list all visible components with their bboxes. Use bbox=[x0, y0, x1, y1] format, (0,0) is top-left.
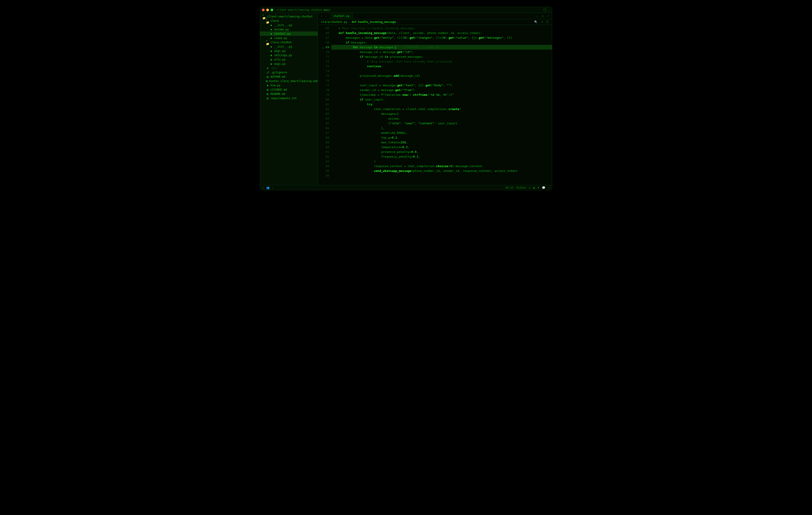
sidebar-file[interactable]: ◆axioms.py bbox=[260, 27, 318, 31]
line-number[interactable]: 95 bbox=[318, 169, 329, 173]
search-icon[interactable]: 🔍 bbox=[534, 20, 538, 24]
code-line[interactable]: temperature=0.2, bbox=[331, 145, 552, 149]
line-number[interactable]: 74 bbox=[318, 69, 329, 73]
line-number[interactable]: 72 bbox=[318, 59, 329, 64]
nav-back[interactable]: ← bbox=[321, 14, 323, 18]
line-number[interactable]: 70 bbox=[318, 50, 329, 54]
code-line[interactable] bbox=[331, 173, 552, 178]
shuffle-icon[interactable]: ⤮ bbox=[541, 20, 543, 24]
sidebar-file[interactable]: ◆wsgi.py bbox=[260, 62, 318, 66]
sidebar-file[interactable]: ▤LICENSE.md bbox=[260, 87, 318, 92]
sidebar-file[interactable]: ▤requirements.txt bbox=[260, 96, 318, 100]
line-number[interactable]: 78 bbox=[318, 88, 329, 92]
code-line[interactable] bbox=[331, 78, 552, 83]
line-number[interactable]: 73 bbox=[318, 64, 329, 69]
code-line[interactable]: top_p=0.2, bbox=[331, 135, 552, 140]
code-area[interactable]: 65666768⌄ 697071727374757677787980818283… bbox=[318, 25, 552, 185]
code-content[interactable]: # Main function to handle incoming messa… bbox=[331, 25, 552, 185]
panel-toggle-icon[interactable]: ▭ bbox=[262, 186, 264, 189]
sidebar-file[interactable]: ▤AUTHOR.md bbox=[260, 74, 318, 79]
line-number[interactable]: 65 bbox=[318, 26, 329, 31]
line-number[interactable]: 81 bbox=[318, 102, 329, 107]
cursor-position[interactable]: 69:33 bbox=[505, 186, 514, 189]
line-number[interactable]: 66 bbox=[318, 31, 329, 35]
code-line[interactable]: presence_penalty=0.0, bbox=[331, 149, 552, 154]
line-number[interactable]: 82 bbox=[318, 107, 329, 112]
collab-icon[interactable]: 👥 bbox=[266, 186, 270, 189]
language-mode[interactable]: Python bbox=[516, 186, 526, 189]
line-number[interactable]: 88 bbox=[318, 135, 329, 140]
close-window[interactable] bbox=[262, 9, 265, 11]
line-number[interactable]: 86 bbox=[318, 126, 329, 130]
code-line[interactable]: # Skip messages that have already been p… bbox=[331, 59, 552, 64]
split-editor-icon[interactable]: ◫ bbox=[542, 14, 544, 18]
sidebar-file[interactable]: ⚙.env bbox=[260, 66, 318, 70]
code-line[interactable]: if messages: bbox=[331, 40, 552, 45]
line-number[interactable]: 87 bbox=[318, 130, 329, 135]
code-line[interactable]: ], bbox=[331, 126, 552, 130]
settings-icon[interactable]: ☰ bbox=[546, 20, 549, 24]
diagnostics-ok-icon[interactable]: ✓ bbox=[272, 186, 273, 189]
git-branch[interactable]: main bbox=[323, 8, 330, 11]
code-line[interactable]: send_whatsapp_message(phone_number_id, s… bbox=[331, 169, 552, 173]
code-line[interactable]: processed_messages.add(message_id) bbox=[331, 73, 552, 78]
code-line[interactable]: # Main function to handle incoming messa… bbox=[331, 26, 552, 31]
sidebar-folder[interactable]: ▾📁clara bbox=[260, 19, 318, 23]
sidebar-folder[interactable]: ▾📁clara_chatbot bbox=[260, 40, 318, 44]
line-number[interactable]: 85 bbox=[318, 121, 329, 126]
line-number[interactable]: 77 bbox=[318, 83, 329, 88]
code-line[interactable]: try: bbox=[331, 102, 552, 107]
copilot-icon[interactable]: ⎈ bbox=[529, 186, 530, 189]
new-file-icon[interactable]: ＋ bbox=[535, 14, 539, 18]
breadcrumbs[interactable]: clara/chatbot.py › def handle_incoming_m… bbox=[318, 19, 552, 25]
sidebar-file[interactable]: ⎇.gitignore bbox=[260, 70, 318, 74]
terminal-icon[interactable]: ▣ bbox=[533, 186, 535, 189]
breadcrumb-path[interactable]: clara/chatbot.py bbox=[321, 20, 347, 24]
code-line[interactable]: chat_completion = client.chat.completion… bbox=[331, 107, 552, 112]
code-line[interactable]: continue bbox=[331, 64, 552, 69]
line-number[interactable]: 93 bbox=[318, 159, 329, 164]
code-line[interactable]: if user_input: bbox=[331, 97, 552, 102]
code-line[interactable]: user_input = message.get("text", {}).get… bbox=[331, 83, 552, 88]
chat-icon[interactable]: 💬 bbox=[542, 186, 545, 189]
code-line[interactable]: {"role": "user", "content": user_input} bbox=[331, 121, 552, 126]
line-number[interactable]: 76 bbox=[318, 78, 329, 83]
line-gutter[interactable]: 65666768⌄ 697071727374757677787980818283… bbox=[318, 25, 331, 185]
sidebar-file[interactable]: ▤avatar_clara_smartcleaning.webp bbox=[260, 79, 318, 83]
code-line[interactable]: for message in messages:⎇Takk8IS, 1 week… bbox=[331, 45, 552, 50]
code-line[interactable]: max_tokens=256, bbox=[331, 140, 552, 145]
chevron-down-icon[interactable]: ⌄ bbox=[549, 8, 550, 11]
code-line[interactable]: def handle_incoming_message(data, client… bbox=[331, 31, 552, 35]
code-line[interactable]: timestamp = f"{datetime.now().strftime('… bbox=[331, 92, 552, 97]
line-number[interactable]: 79 bbox=[318, 92, 329, 97]
maximize-window[interactable] bbox=[270, 9, 273, 11]
error-icon[interactable]: ✖ bbox=[538, 186, 539, 189]
expand-icon[interactable]: ⤢ bbox=[547, 14, 549, 18]
sidebar-file[interactable]: ◆urls.py bbox=[260, 57, 318, 62]
line-number[interactable]: 92 bbox=[318, 154, 329, 159]
code-line[interactable]: messages=[ bbox=[331, 112, 552, 116]
line-number[interactable]: 94 bbox=[318, 164, 329, 169]
line-number[interactable]: 67 bbox=[318, 35, 329, 40]
minimize-window[interactable] bbox=[266, 9, 269, 11]
breadcrumb-symbol[interactable]: def handle_incoming_message bbox=[352, 20, 396, 24]
line-number[interactable]: 83 bbox=[318, 112, 329, 116]
line-number[interactable]: 91 bbox=[318, 149, 329, 154]
sidebar-file[interactable]: ◆settings.py bbox=[260, 53, 318, 57]
line-number[interactable]: 68 bbox=[318, 40, 329, 45]
code-line[interactable]: sender_id = message.get("from") bbox=[331, 88, 552, 92]
code-line[interactable]: messages = data.get("entry", [])[0].get(… bbox=[331, 35, 552, 40]
sidebar-file[interactable]: ◆him.py bbox=[260, 83, 318, 87]
code-line[interactable]: axioms, bbox=[331, 116, 552, 121]
editor-tab[interactable]: chatbot.py bbox=[330, 13, 353, 19]
line-number[interactable]: 71 bbox=[318, 54, 329, 59]
code-line[interactable]: response_content = chat_completion.choic… bbox=[331, 164, 552, 169]
sidebar-file[interactable]: ◆asgi.py bbox=[260, 49, 318, 53]
code-line[interactable]: message_id = message.get("id") bbox=[331, 50, 552, 54]
code-line[interactable]: model=AI_MODEL, bbox=[331, 130, 552, 135]
code-line[interactable]: frequency_penalty=0.2, bbox=[331, 154, 552, 159]
line-number[interactable]: 89 bbox=[318, 140, 329, 145]
line-number[interactable]: 80 bbox=[318, 97, 329, 102]
sidebar-file[interactable]: ▤README.md bbox=[260, 92, 318, 96]
code-line[interactable]: if message_id in processed_messages: bbox=[331, 54, 552, 59]
